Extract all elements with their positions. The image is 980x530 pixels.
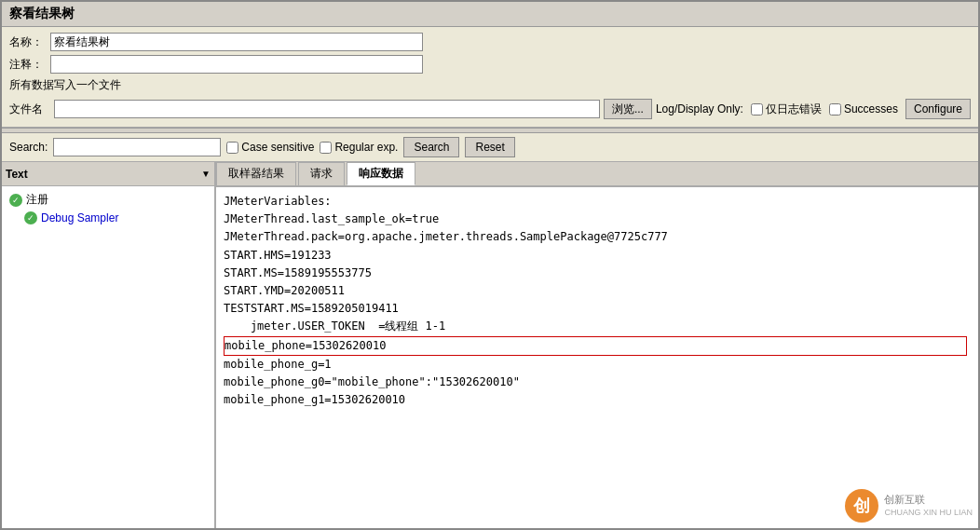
content-line-0: JMeterVariables: <box>224 193 971 211</box>
file-name-input[interactable] <box>54 100 600 118</box>
log-only-checkbox[interactable] <box>751 103 763 116</box>
case-sensitive-label[interactable]: Case sensitive <box>226 141 314 154</box>
content-line-6: TESTSTART.MS=1589205019411 <box>224 300 971 318</box>
search-input[interactable] <box>53 138 221 156</box>
search-button[interactable]: Search <box>403 137 459 157</box>
tree-item-debug[interactable]: Debug Sampler <box>2 210 214 226</box>
content-line-3: START.HMS=191233 <box>224 247 971 265</box>
left-panel-header: Text ▼ <box>2 162 214 186</box>
successes-checkbox[interactable] <box>829 103 841 116</box>
content-line-2: JMeterThread.pack=org.apache.jmeter.thre… <box>224 228 971 246</box>
log-display-label: Log/Display Only: <box>656 102 743 116</box>
file-row: 文件名 浏览... Log/Display Only: 仅日志错误 Succes… <box>9 95 971 123</box>
regular-exp-checkbox[interactable] <box>320 142 332 154</box>
tree-item-register-label: 注册 <box>26 192 48 208</box>
content-line-9: mobile_phone_g0="mobile_phone":"15302620… <box>224 374 971 391</box>
check-icon-debug <box>24 211 37 224</box>
search-label: Search: <box>9 141 48 154</box>
content-line-4: START.MS=1589195553775 <box>224 265 971 282</box>
tree-list[interactable]: 注册 Debug Sampler <box>2 186 214 528</box>
check-icon-register <box>9 194 22 207</box>
right-panel: 取样器结果 请求 响应数据 JMeterVariables: JMeterThr… <box>216 162 978 528</box>
name-row: 名称： <box>9 31 971 53</box>
title-bar: 察看结果树 <box>2 2 978 27</box>
search-bar: Search: Case sensitive Regular exp. Sear… <box>2 133 978 162</box>
tree-item-register[interactable]: 注册 <box>2 190 214 210</box>
form-section: 名称： 注释： 所有数据写入一个文件 文件名 浏览... Log/Display… <box>2 27 978 128</box>
log-row: Log/Display Only: 仅日志错误 Successes Config… <box>656 97 971 121</box>
left-panel-title: Text <box>6 168 201 181</box>
window-title: 察看结果树 <box>9 6 75 20</box>
tabs-bar: 取样器结果 请求 响应数据 <box>216 162 978 187</box>
tab-response-data[interactable]: 响应数据 <box>347 162 415 185</box>
reset-button[interactable]: Reset <box>465 137 514 157</box>
tab-sampler-result[interactable]: 取样器结果 <box>216 162 296 185</box>
case-sensitive-checkbox[interactable] <box>226 142 238 154</box>
content-area: Text ▼ 注册 Debug Sampler 取样器结果 <box>2 162 978 528</box>
tree-item-debug-label: Debug Sampler <box>41 211 118 224</box>
successes-check-label[interactable]: Successes <box>829 102 898 116</box>
name-input[interactable] <box>50 33 423 51</box>
configure-button[interactable]: Configure <box>905 99 971 119</box>
highlighted-mobile-phone: mobile_phone=15302620010 <box>224 336 967 356</box>
content-line-8: mobile_phone_g=1 <box>224 356 971 374</box>
log-only-check-label[interactable]: 仅日志错误 <box>751 102 822 117</box>
regular-exp-label[interactable]: Regular exp. <box>320 141 398 154</box>
content-line-5: START.YMD=20200511 <box>224 282 971 300</box>
content-line-1: JMeterThread.last_sample_ok=true <box>224 211 971 228</box>
response-content: JMeterVariables: JMeterThread.last_sampl… <box>216 187 978 528</box>
watermark-text: 创新互联 CHUANG XIN HU LIAN <box>884 493 973 519</box>
all-data-label: 所有数据写入一个文件 <box>9 75 971 95</box>
tab-request[interactable]: 请求 <box>298 162 345 185</box>
file-name-label: 文件名 <box>9 102 47 117</box>
main-window: 察看结果树 名称： 注释： 所有数据写入一个文件 文件名 浏览... Log/D… <box>0 0 980 530</box>
comment-label: 注释： <box>9 57 47 73</box>
content-line-highlighted: mobile_phone=15302620010 <box>224 336 971 356</box>
comment-input[interactable] <box>50 55 423 74</box>
watermark: 创 创新互联 CHUANG XIN HU LIAN <box>845 489 973 523</box>
content-line-7: jmeter.USER_TOKEN =线程组 1-1 <box>224 318 971 335</box>
browse-button[interactable]: 浏览... <box>604 99 652 119</box>
watermark-icon: 创 <box>845 489 878 523</box>
content-line-10: mobile_phone_g1=15302620010 <box>224 391 971 409</box>
comment-row: 注释： <box>9 53 971 75</box>
name-label: 名称： <box>9 34 47 50</box>
left-panel: Text ▼ 注册 Debug Sampler <box>2 162 216 528</box>
dropdown-arrow-icon[interactable]: ▼ <box>201 169 211 179</box>
